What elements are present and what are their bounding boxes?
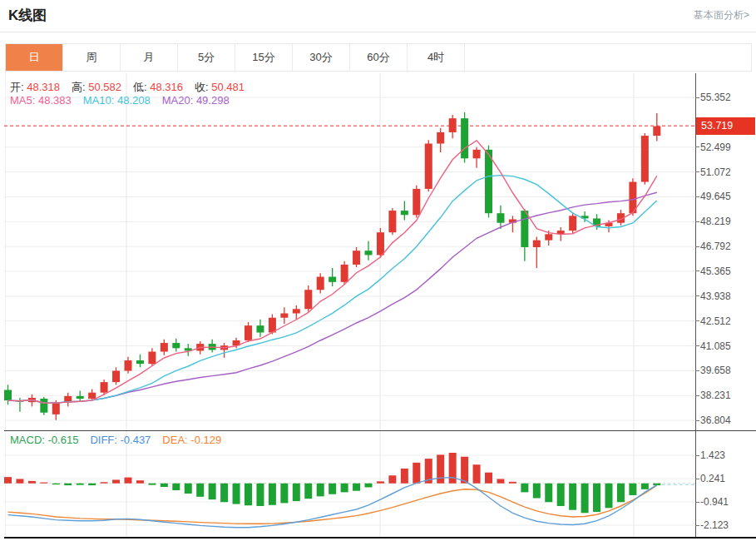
macd-bar	[605, 484, 613, 509]
info-pair: 开: 48.318	[10, 81, 60, 93]
macd-bar	[329, 484, 336, 494]
axis-tick	[695, 295, 699, 296]
candle-body	[569, 216, 576, 231]
macd-bar	[233, 484, 240, 504]
candle-body	[125, 360, 132, 371]
info-pair: MA10: 48.208	[83, 94, 151, 107]
tab-60min[interactable]: 60分	[350, 44, 408, 71]
ohlc-info-row: 开: 48.318高: 50.582低: 48.316收: 50.481	[10, 80, 256, 95]
candle-body	[473, 150, 481, 158]
macd-bar	[64, 484, 72, 485]
tab-day[interactable]: 日	[6, 44, 63, 71]
info-pair: 收: 50.481	[195, 81, 245, 93]
macd-bar	[353, 484, 360, 491]
macd-bar	[209, 484, 216, 499]
candle-body	[401, 211, 408, 215]
axis-label: 46.792	[700, 241, 731, 252]
candle-body	[161, 343, 168, 351]
axis-tick	[695, 246, 699, 247]
macd-bar	[172, 484, 180, 490]
macd-bar	[293, 484, 300, 501]
macd-bar	[136, 480, 144, 484]
candle-body	[245, 325, 252, 340]
candle-body	[425, 144, 432, 189]
tab-week[interactable]: 周	[63, 44, 121, 71]
macd-bar	[617, 484, 625, 503]
candle-body	[256, 325, 264, 332]
tab-5min[interactable]: 5分	[178, 44, 235, 71]
candle-body	[388, 211, 396, 232]
macd-chart[interactable]	[4, 430, 695, 538]
axis-label: 48.219	[700, 216, 731, 227]
info-pair: DEA: -0.129	[162, 434, 221, 446]
info-pair: DIFF: -0.437	[90, 434, 151, 446]
macd-bar	[413, 463, 420, 484]
axis-label: 42.512	[700, 315, 731, 327]
candle-body	[4, 390, 12, 401]
axis-label: -0.941	[700, 496, 729, 508]
candle-body	[413, 189, 420, 215]
candle-body	[40, 399, 47, 413]
macd-bar	[28, 481, 36, 484]
axis-label: 36.804	[700, 414, 731, 426]
axis-label: 0.241	[700, 473, 725, 484]
main-candlestick-chart[interactable]	[4, 73, 695, 430]
macd-bar	[112, 479, 120, 483]
candle-body	[641, 136, 649, 181]
candle-body	[437, 132, 444, 144]
macd-bar	[196, 484, 204, 497]
macd-bar	[377, 481, 384, 483]
macd-bar	[545, 484, 552, 503]
macd-bar	[401, 469, 408, 484]
candle-body	[317, 277, 324, 290]
y-axis-line	[695, 73, 696, 538]
axis-label: 49.645	[700, 191, 731, 202]
candle-body	[533, 241, 541, 247]
candle-body	[280, 313, 288, 317]
macd-bar	[581, 484, 589, 514]
fundamental-analysis-link[interactable]: 基本面分析>	[694, 8, 749, 22]
tab-15min[interactable]: 15分	[235, 44, 293, 71]
ma20-line	[8, 192, 657, 403]
candle-body	[52, 402, 60, 414]
axis-tick	[695, 395, 699, 396]
axis-label: 39.658	[700, 365, 731, 376]
candle-body	[293, 309, 300, 313]
candle-body	[101, 382, 108, 393]
info-pair: 高: 50.582	[72, 81, 121, 93]
axis-label: 45.365	[700, 266, 731, 277]
axis-tick	[695, 455, 699, 456]
axis-tick	[695, 196, 699, 197]
macd-bar	[269, 484, 276, 505]
axis-tick	[695, 525, 699, 526]
ma10-line	[8, 176, 657, 404]
macd-bar	[101, 482, 108, 483]
macd-bar	[161, 484, 168, 487]
info-pair: MACD: -0.615	[10, 434, 78, 446]
macd-bar	[485, 473, 492, 484]
macd-bar	[593, 484, 600, 512]
macd-bar	[473, 464, 481, 484]
axis-tick	[695, 502, 699, 503]
macd-bar	[125, 478, 132, 484]
macd-bar	[341, 484, 348, 493]
info-pair: MA5: 48.383	[10, 94, 72, 107]
candle-body	[112, 371, 120, 383]
macd-bar	[533, 484, 541, 499]
axis-label: 52.499	[700, 141, 731, 153]
axis-label: 55.352	[700, 92, 731, 103]
tab-30min[interactable]: 30分	[293, 44, 350, 71]
macd-bar	[52, 484, 60, 484]
tab-4hour[interactable]: 4时	[408, 44, 465, 71]
axis-label: -2.123	[700, 519, 729, 531]
panel-divider	[4, 430, 756, 431]
candle-body	[377, 232, 384, 255]
candle-body	[136, 360, 144, 364]
macd-bar	[148, 484, 156, 485]
axis-tick	[695, 97, 699, 98]
kline-widget: K线图 基本面分析> 日 周 月 5分 15分 30分 60分 4时 开: 48…	[0, 0, 756, 541]
macd-bar	[509, 482, 516, 484]
axis-label: 51.072	[700, 166, 731, 178]
tab-month[interactable]: 月	[121, 44, 178, 71]
period-tabbar: 日 周 月 5分 15分 30分 60分 4时	[5, 43, 752, 72]
